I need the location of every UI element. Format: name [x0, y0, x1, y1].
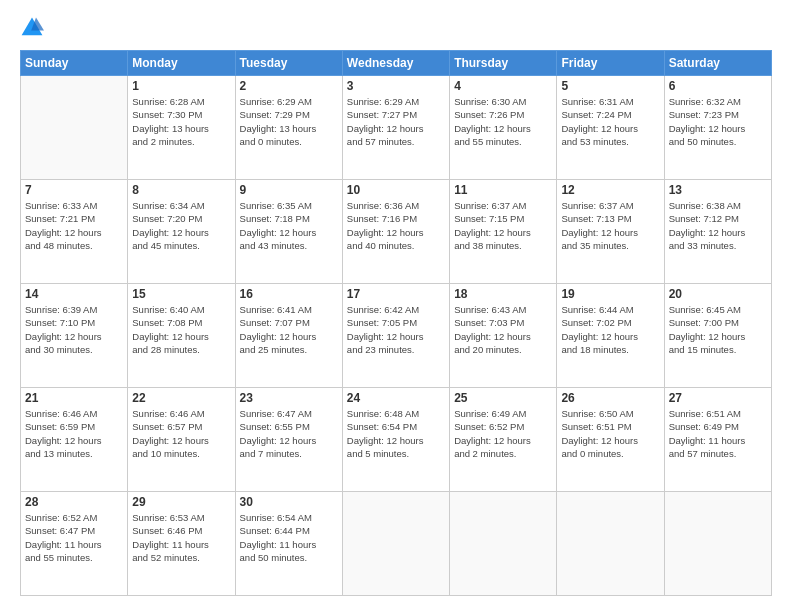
calendar-cell: 17Sunrise: 6:42 AM Sunset: 7:05 PM Dayli… [342, 284, 449, 388]
day-number: 2 [240, 79, 338, 93]
calendar-cell [342, 492, 449, 596]
day-info: Sunrise: 6:31 AM Sunset: 7:24 PM Dayligh… [561, 95, 659, 148]
calendar-cell: 10Sunrise: 6:36 AM Sunset: 7:16 PM Dayli… [342, 180, 449, 284]
day-info: Sunrise: 6:53 AM Sunset: 6:46 PM Dayligh… [132, 511, 230, 564]
day-number: 3 [347, 79, 445, 93]
calendar-cell: 9Sunrise: 6:35 AM Sunset: 7:18 PM Daylig… [235, 180, 342, 284]
calendar-cell: 23Sunrise: 6:47 AM Sunset: 6:55 PM Dayli… [235, 388, 342, 492]
day-number: 12 [561, 183, 659, 197]
day-info: Sunrise: 6:52 AM Sunset: 6:47 PM Dayligh… [25, 511, 123, 564]
calendar-cell: 19Sunrise: 6:44 AM Sunset: 7:02 PM Dayli… [557, 284, 664, 388]
day-number: 21 [25, 391, 123, 405]
day-info: Sunrise: 6:45 AM Sunset: 7:00 PM Dayligh… [669, 303, 767, 356]
weekday-header-tuesday: Tuesday [235, 51, 342, 76]
day-number: 23 [240, 391, 338, 405]
day-info: Sunrise: 6:32 AM Sunset: 7:23 PM Dayligh… [669, 95, 767, 148]
day-number: 15 [132, 287, 230, 301]
calendar-cell: 14Sunrise: 6:39 AM Sunset: 7:10 PM Dayli… [21, 284, 128, 388]
day-number: 9 [240, 183, 338, 197]
day-number: 1 [132, 79, 230, 93]
day-info: Sunrise: 6:42 AM Sunset: 7:05 PM Dayligh… [347, 303, 445, 356]
day-number: 5 [561, 79, 659, 93]
day-info: Sunrise: 6:43 AM Sunset: 7:03 PM Dayligh… [454, 303, 552, 356]
week-row-5: 28Sunrise: 6:52 AM Sunset: 6:47 PM Dayli… [21, 492, 772, 596]
day-info: Sunrise: 6:36 AM Sunset: 7:16 PM Dayligh… [347, 199, 445, 252]
calendar-cell: 12Sunrise: 6:37 AM Sunset: 7:13 PM Dayli… [557, 180, 664, 284]
calendar-cell: 27Sunrise: 6:51 AM Sunset: 6:49 PM Dayli… [664, 388, 771, 492]
day-info: Sunrise: 6:44 AM Sunset: 7:02 PM Dayligh… [561, 303, 659, 356]
day-number: 18 [454, 287, 552, 301]
week-row-2: 7Sunrise: 6:33 AM Sunset: 7:21 PM Daylig… [21, 180, 772, 284]
week-row-4: 21Sunrise: 6:46 AM Sunset: 6:59 PM Dayli… [21, 388, 772, 492]
day-number: 4 [454, 79, 552, 93]
day-number: 30 [240, 495, 338, 509]
calendar-cell: 24Sunrise: 6:48 AM Sunset: 6:54 PM Dayli… [342, 388, 449, 492]
calendar-cell: 5Sunrise: 6:31 AM Sunset: 7:24 PM Daylig… [557, 76, 664, 180]
calendar-cell: 22Sunrise: 6:46 AM Sunset: 6:57 PM Dayli… [128, 388, 235, 492]
day-info: Sunrise: 6:33 AM Sunset: 7:21 PM Dayligh… [25, 199, 123, 252]
weekday-header-sunday: Sunday [21, 51, 128, 76]
header [20, 16, 772, 40]
calendar-cell: 2Sunrise: 6:29 AM Sunset: 7:29 PM Daylig… [235, 76, 342, 180]
day-number: 22 [132, 391, 230, 405]
week-row-1: 1Sunrise: 6:28 AM Sunset: 7:30 PM Daylig… [21, 76, 772, 180]
day-info: Sunrise: 6:49 AM Sunset: 6:52 PM Dayligh… [454, 407, 552, 460]
day-info: Sunrise: 6:29 AM Sunset: 7:29 PM Dayligh… [240, 95, 338, 148]
calendar-cell: 26Sunrise: 6:50 AM Sunset: 6:51 PM Dayli… [557, 388, 664, 492]
calendar-cell: 11Sunrise: 6:37 AM Sunset: 7:15 PM Dayli… [450, 180, 557, 284]
calendar-cell [557, 492, 664, 596]
day-info: Sunrise: 6:50 AM Sunset: 6:51 PM Dayligh… [561, 407, 659, 460]
day-info: Sunrise: 6:29 AM Sunset: 7:27 PM Dayligh… [347, 95, 445, 148]
day-number: 27 [669, 391, 767, 405]
day-number: 24 [347, 391, 445, 405]
calendar-cell: 28Sunrise: 6:52 AM Sunset: 6:47 PM Dayli… [21, 492, 128, 596]
calendar-cell: 18Sunrise: 6:43 AM Sunset: 7:03 PM Dayli… [450, 284, 557, 388]
calendar-cell [450, 492, 557, 596]
logo-icon [20, 16, 44, 40]
day-number: 11 [454, 183, 552, 197]
day-info: Sunrise: 6:47 AM Sunset: 6:55 PM Dayligh… [240, 407, 338, 460]
weekday-header-friday: Friday [557, 51, 664, 76]
day-number: 26 [561, 391, 659, 405]
day-info: Sunrise: 6:38 AM Sunset: 7:12 PM Dayligh… [669, 199, 767, 252]
day-info: Sunrise: 6:48 AM Sunset: 6:54 PM Dayligh… [347, 407, 445, 460]
day-number: 20 [669, 287, 767, 301]
calendar-cell: 15Sunrise: 6:40 AM Sunset: 7:08 PM Dayli… [128, 284, 235, 388]
calendar-table: SundayMondayTuesdayWednesdayThursdayFrid… [20, 50, 772, 596]
calendar-cell: 8Sunrise: 6:34 AM Sunset: 7:20 PM Daylig… [128, 180, 235, 284]
page: SundayMondayTuesdayWednesdayThursdayFrid… [0, 0, 792, 612]
day-info: Sunrise: 6:30 AM Sunset: 7:26 PM Dayligh… [454, 95, 552, 148]
day-info: Sunrise: 6:41 AM Sunset: 7:07 PM Dayligh… [240, 303, 338, 356]
calendar-cell: 3Sunrise: 6:29 AM Sunset: 7:27 PM Daylig… [342, 76, 449, 180]
day-number: 19 [561, 287, 659, 301]
day-number: 6 [669, 79, 767, 93]
day-info: Sunrise: 6:54 AM Sunset: 6:44 PM Dayligh… [240, 511, 338, 564]
day-info: Sunrise: 6:46 AM Sunset: 6:57 PM Dayligh… [132, 407, 230, 460]
day-number: 7 [25, 183, 123, 197]
calendar-cell: 29Sunrise: 6:53 AM Sunset: 6:46 PM Dayli… [128, 492, 235, 596]
calendar-cell: 4Sunrise: 6:30 AM Sunset: 7:26 PM Daylig… [450, 76, 557, 180]
day-info: Sunrise: 6:37 AM Sunset: 7:13 PM Dayligh… [561, 199, 659, 252]
day-info: Sunrise: 6:51 AM Sunset: 6:49 PM Dayligh… [669, 407, 767, 460]
calendar-cell [664, 492, 771, 596]
day-number: 28 [25, 495, 123, 509]
logo [20, 16, 48, 40]
day-info: Sunrise: 6:40 AM Sunset: 7:08 PM Dayligh… [132, 303, 230, 356]
weekday-header-row: SundayMondayTuesdayWednesdayThursdayFrid… [21, 51, 772, 76]
calendar-cell: 20Sunrise: 6:45 AM Sunset: 7:00 PM Dayli… [664, 284, 771, 388]
calendar-cell: 16Sunrise: 6:41 AM Sunset: 7:07 PM Dayli… [235, 284, 342, 388]
day-info: Sunrise: 6:39 AM Sunset: 7:10 PM Dayligh… [25, 303, 123, 356]
calendar-cell: 25Sunrise: 6:49 AM Sunset: 6:52 PM Dayli… [450, 388, 557, 492]
weekday-header-wednesday: Wednesday [342, 51, 449, 76]
day-info: Sunrise: 6:37 AM Sunset: 7:15 PM Dayligh… [454, 199, 552, 252]
weekday-header-saturday: Saturday [664, 51, 771, 76]
calendar-cell: 7Sunrise: 6:33 AM Sunset: 7:21 PM Daylig… [21, 180, 128, 284]
day-number: 17 [347, 287, 445, 301]
week-row-3: 14Sunrise: 6:39 AM Sunset: 7:10 PM Dayli… [21, 284, 772, 388]
day-number: 13 [669, 183, 767, 197]
day-number: 29 [132, 495, 230, 509]
day-number: 25 [454, 391, 552, 405]
calendar-cell: 30Sunrise: 6:54 AM Sunset: 6:44 PM Dayli… [235, 492, 342, 596]
calendar-cell [21, 76, 128, 180]
weekday-header-monday: Monday [128, 51, 235, 76]
